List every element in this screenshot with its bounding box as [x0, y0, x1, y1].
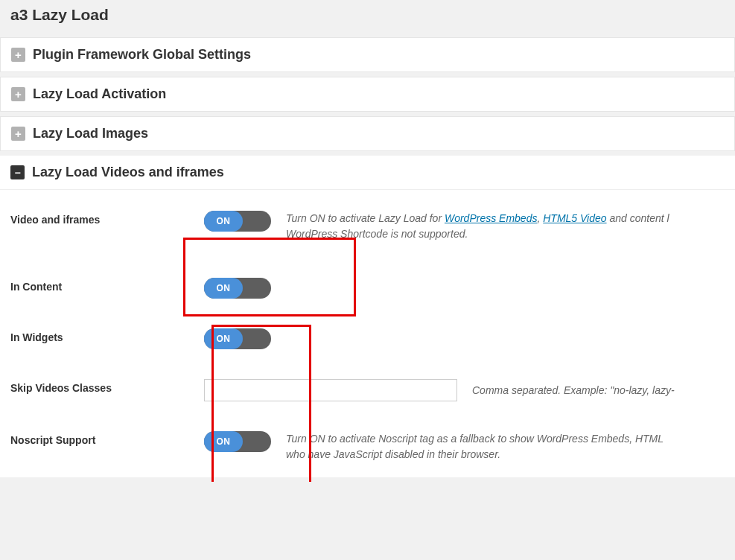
toggle-in-content[interactable]: ON [204, 278, 271, 299]
row-skip-classes: Skip Videos Classes Comma separated. Exa… [0, 364, 735, 416]
help-video-iframes: Turn ON to activate Lazy Load for WordPr… [286, 211, 725, 242]
row-video-iframes: Video and iframes ON Turn ON to activate… [0, 190, 735, 263]
toggle-on-label: ON [204, 211, 243, 232]
label-in-widgets: In Widgets [10, 328, 204, 343]
toggle-on-label: ON [204, 328, 243, 349]
panel-videos: − Lazy Load Videos and iframes Video and… [0, 156, 735, 477]
label-in-content: In Content [10, 278, 204, 293]
panel-videos-header[interactable]: − Lazy Load Videos and iframes [0, 165, 735, 190]
link-wordpress-embeds[interactable]: WordPress Embeds [445, 212, 537, 224]
panel-images-title: Lazy Load Images [33, 126, 148, 141]
panel-framework-title: Plugin Framework Global Settings [33, 47, 251, 63]
row-in-widgets: In Widgets ON [0, 314, 735, 364]
input-skip-classes[interactable] [204, 379, 457, 401]
panel-framework[interactable]: + Plugin Framework Global Settings [0, 37, 735, 72]
label-noscript: Noscript Support [10, 431, 204, 446]
row-noscript: Noscript Support ON Turn ON to activate … [0, 416, 735, 477]
toggle-in-widgets[interactable]: ON [204, 328, 271, 349]
label-skip-classes: Skip Videos Classes [10, 379, 204, 394]
label-video-iframes: Video and iframes [10, 211, 204, 226]
help-noscript: Turn ON to activate Noscript tag as a fa… [286, 431, 725, 462]
help-skip-classes: Comma separated. Example: "no-lazy, lazy… [472, 383, 725, 398]
panel-images[interactable]: + Lazy Load Images [0, 116, 735, 151]
toggle-noscript[interactable]: ON [204, 431, 271, 452]
plus-icon: + [11, 48, 25, 62]
toggle-on-label: ON [204, 431, 243, 452]
plus-icon: + [11, 127, 25, 141]
toggle-on-label: ON [204, 278, 243, 299]
toggle-video-iframes[interactable]: ON [204, 211, 271, 232]
row-in-content: In Content ON [0, 263, 735, 314]
page-title: a3 Lazy Load [0, 0, 735, 33]
panel-activation-title: Lazy Load Activation [33, 86, 166, 102]
panel-videos-title: Lazy Load Videos and iframes [32, 165, 224, 180]
plus-icon: + [11, 87, 25, 101]
panel-activation[interactable]: + Lazy Load Activation [0, 77, 735, 112]
minus-icon: − [10, 165, 25, 179]
link-html5-video[interactable]: HTML5 Video [543, 212, 606, 224]
